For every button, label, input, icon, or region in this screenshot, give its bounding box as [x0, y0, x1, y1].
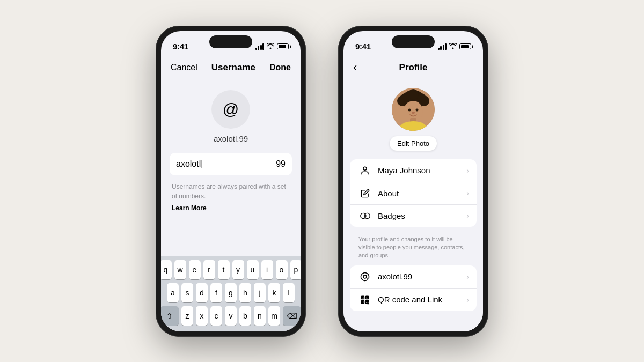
back-button[interactable]: ‹ [353, 62, 357, 73]
svg-point-10 [408, 108, 411, 111]
chevron-icon-about: › [466, 189, 469, 197]
phones-container: 9:41 [156, 26, 488, 337]
status-time-1: 9:41 [173, 42, 188, 51]
key-n[interactable]: n [254, 306, 266, 326]
current-username-display: axolotl.99 [214, 134, 248, 143]
name-label: Maya Johnson [378, 166, 466, 175]
key-f[interactable]: f [210, 283, 222, 302]
key-delete[interactable]: ⌫ [283, 306, 301, 326]
keyboard-row-2: a s d f g h j k l [163, 283, 298, 302]
svg-rect-21 [367, 297, 368, 298]
badges-label: Badges [378, 211, 466, 220]
key-y[interactable]: y [232, 260, 244, 279]
profile-screen-title: Profile [399, 62, 428, 73]
key-x[interactable]: x [196, 306, 208, 326]
status-icons-1 [255, 43, 289, 50]
key-o[interactable]: o [276, 260, 288, 279]
wifi-icon-1 [267, 43, 274, 50]
list-item-badges[interactable]: Badges › [350, 205, 477, 227]
hint-text: Usernames are always paired with a set o… [172, 182, 290, 201]
key-e[interactable]: e [189, 260, 201, 279]
list-item-qr[interactable]: QR code and Link › [350, 289, 477, 311]
pencil-icon [357, 189, 372, 198]
username-input[interactable]: axolotl| [176, 159, 265, 169]
wifi-icon-2 [449, 43, 457, 50]
profile-content: Edit Photo Maya Johnson › [343, 79, 483, 331]
key-v[interactable]: v [225, 306, 237, 326]
profile-section-1: Maya Johnson › About › [350, 159, 477, 227]
key-m[interactable]: m [268, 306, 280, 326]
list-item-name[interactable]: Maya Johnson › [350, 159, 477, 182]
at-icon-container: @ [211, 90, 250, 129]
key-b[interactable]: b [239, 306, 251, 326]
key-t[interactable]: t [218, 260, 230, 279]
phone1-screen: 9:41 [161, 31, 301, 331]
profile-list: Maya Johnson › About › [343, 159, 483, 311]
avatar [392, 88, 435, 131]
username-hint: Usernames are always paired with a set o… [170, 182, 292, 212]
key-q[interactable]: q [161, 260, 172, 279]
chevron-icon-qr: › [466, 295, 469, 304]
key-shift[interactable]: ⇧ [161, 306, 179, 326]
at-icon-profile [357, 272, 372, 282]
key-c[interactable]: c [210, 306, 222, 326]
input-divider [270, 158, 270, 170]
key-i[interactable]: i [261, 260, 273, 279]
at-icon: @ [223, 100, 239, 119]
dynamic-island [209, 35, 252, 48]
signal-icon-1 [255, 43, 265, 50]
key-z[interactable]: z [181, 306, 193, 326]
svg-rect-20 [362, 297, 363, 298]
svg-point-13 [363, 167, 367, 170]
signal-icon-2 [438, 43, 447, 50]
username-screen-title: Username [211, 62, 255, 73]
person-icon [357, 166, 372, 175]
svg-point-11 [416, 108, 419, 111]
avatar-container [392, 88, 435, 131]
keyboard-row-1: q w e r t y u i o p [163, 260, 298, 279]
chevron-icon-name: › [466, 166, 469, 175]
username-content: @ axolotl.99 axolotl| 99 Usernames are a… [161, 79, 301, 256]
chevron-icon-badges: › [466, 211, 469, 220]
list-item-username[interactable]: axolotl.99 › [350, 265, 477, 289]
username-label: axolotl.99 [378, 272, 466, 281]
status-icons-2 [438, 43, 472, 50]
svg-rect-22 [362, 301, 363, 302]
keyboard: q w e r t y u i o p a s d f g h [161, 256, 301, 331]
key-p[interactable]: p [290, 260, 301, 279]
key-r[interactable]: r [203, 260, 215, 279]
svg-point-6 [408, 89, 419, 100]
qr-label: QR code and Link [378, 295, 466, 304]
key-j[interactable]: j [254, 283, 266, 302]
phone-profile: 9:41 [338, 26, 488, 337]
svg-point-15 [364, 213, 370, 218]
battery-icon-2 [459, 43, 471, 49]
key-k[interactable]: k [268, 283, 280, 302]
username-navbar: Cancel Username Done [161, 58, 301, 79]
key-u[interactable]: u [247, 260, 259, 279]
qr-icon [357, 295, 372, 305]
key-h[interactable]: h [239, 283, 251, 302]
phone-username: 9:41 [156, 26, 306, 337]
svg-point-16 [363, 275, 367, 278]
edit-photo-button[interactable]: Edit Photo [390, 136, 437, 151]
learn-more-link[interactable]: Learn More [172, 204, 207, 212]
about-label: About [378, 189, 466, 198]
key-w[interactable]: w [174, 260, 186, 279]
key-s[interactable]: s [181, 283, 193, 302]
key-l[interactable]: l [283, 283, 295, 302]
phone2-screen: 9:41 [343, 31, 483, 331]
status-time-2: 9:41 [355, 42, 371, 51]
done-button[interactable]: Done [269, 63, 291, 72]
username-input-row[interactable]: axolotl| 99 [170, 153, 292, 175]
key-g[interactable]: g [225, 283, 237, 302]
profile-navbar: ‹ Profile [343, 58, 483, 79]
profile-section-2: axolotl.99 › [350, 265, 477, 311]
key-a[interactable]: a [167, 283, 179, 302]
cancel-button[interactable]: Cancel [171, 63, 197, 72]
chevron-icon-username: › [466, 272, 469, 281]
key-d[interactable]: d [196, 283, 208, 302]
list-item-about[interactable]: About › [350, 182, 477, 205]
username-number: 99 [276, 159, 286, 169]
keyboard-row-3: ⇧ z x c v b n m ⌫ [163, 306, 298, 326]
